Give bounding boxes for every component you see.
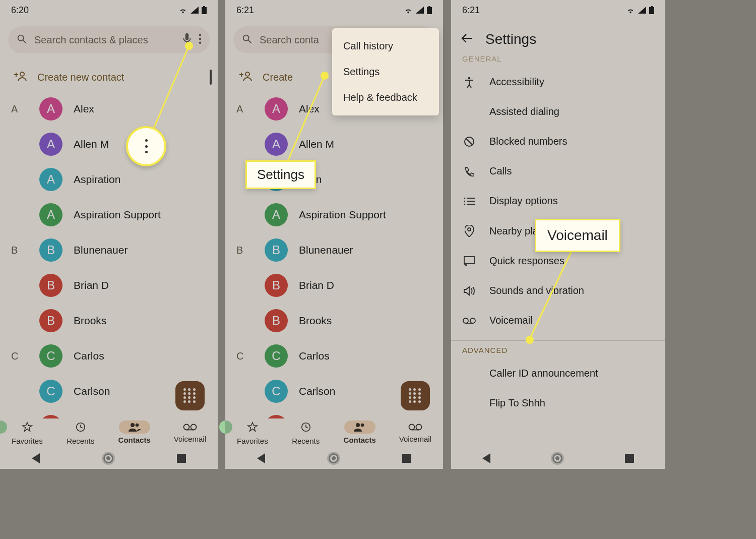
section-letter: A [11, 103, 18, 115]
list-item[interactable]: AAllen M [225, 130, 443, 159]
setting-label: Accessibility [489, 76, 544, 88]
nav-favorites[interactable]: Favorites [12, 420, 43, 445]
list-item[interactable]: BBrian D [225, 271, 443, 300]
svg-point-7 [199, 42, 201, 44]
svg-point-39 [468, 228, 471, 231]
nav-label: Voicemail [174, 435, 206, 443]
search-icon [16, 33, 27, 46]
bottom-nav: Favorites Recents Contacts Voicemail [0, 416, 218, 448]
list-item[interactable]: AAllen M [0, 130, 218, 159]
back-button[interactable] [482, 453, 490, 463]
list-item[interactable]: CCCarlos [225, 341, 443, 371]
svg-rect-0 [202, 7, 207, 14]
home-button[interactable] [329, 453, 339, 463]
home-button[interactable] [552, 453, 562, 463]
contact-name: Brooks [299, 315, 332, 327]
star-icon [238, 420, 267, 435]
nav-recents[interactable]: Recents [66, 420, 95, 445]
avatar: B [265, 238, 288, 262]
nav-label: Favorites [12, 437, 43, 445]
status-bar: 6:21 [451, 0, 665, 20]
list-item[interactable]: BBBlunenauer [0, 235, 218, 265]
avatar: B [39, 274, 62, 297]
list-item[interactable]: BBrooks [225, 306, 443, 335]
back-button[interactable] [32, 453, 40, 463]
avatar: B [265, 274, 288, 297]
setting-voicemail[interactable]: Voicemail [451, 306, 665, 335]
setting-accessibility[interactable]: Accessibility [451, 67, 665, 97]
nav-voicemail[interactable]: Voicemail [174, 422, 206, 443]
create-contact-row[interactable]: Create new contact [0, 63, 218, 94]
block-icon [462, 136, 476, 147]
settings-title: Settings [485, 31, 536, 47]
setting-label: Caller ID announcement [489, 368, 598, 379]
setting-display-options[interactable]: Display options [451, 186, 665, 216]
setting-label: Sounds and vibration [489, 285, 584, 296]
setting-calls[interactable]: Calls [451, 156, 665, 186]
svg-point-2 [18, 35, 24, 41]
status-bar: 6:20 [0, 0, 218, 20]
nav-contacts[interactable]: Contacts [344, 421, 376, 444]
system-nav [0, 448, 218, 469]
chat-icon [462, 256, 476, 266]
home-button[interactable] [103, 453, 113, 463]
list-item[interactable]: AAspiration Support [225, 200, 443, 229]
nav-label: Recents [292, 437, 320, 445]
list-item[interactable]: BBBlunenauer [225, 235, 443, 265]
avatar: A [39, 203, 62, 226]
more-icon[interactable] [199, 34, 202, 46]
svg-line-32 [466, 139, 472, 145]
menu-call-history[interactable]: Call history [332, 33, 439, 59]
list-item[interactable]: AAspiration [0, 165, 218, 194]
list-item[interactable]: CCCarlos [0, 341, 218, 371]
contact-name: Carlos [74, 350, 104, 362]
avatar: B [39, 238, 62, 262]
dialpad-fab[interactable] [175, 381, 205, 410]
search-bar[interactable]: Search contacts & places [8, 26, 210, 53]
nav-recents[interactable]: Recents [291, 420, 321, 445]
scroll-indicator[interactable] [210, 70, 212, 85]
avatar: C [39, 344, 62, 368]
clock-icon [66, 420, 95, 435]
section-letter: C [236, 350, 243, 362]
contact-name: Brian D [299, 279, 334, 291]
svg-rect-4 [185, 33, 189, 40]
list-item[interactable]: BBrooks [0, 306, 218, 335]
overview-button[interactable] [402, 454, 411, 463]
contact-name: Carlson [299, 385, 335, 397]
nav-voicemail[interactable]: Voicemail [399, 422, 431, 443]
contact-name: Aspiration [74, 173, 120, 186]
callout-settings: Settings [245, 160, 316, 189]
dialpad-fab[interactable] [401, 381, 430, 410]
back-button[interactable] [257, 453, 265, 463]
menu-help-feedback[interactable]: Help & feedback [332, 85, 439, 110]
setting-sounds-vibration[interactable]: Sounds and vibration [451, 276, 665, 306]
list-item[interactable]: BBrian D [0, 271, 218, 300]
setting-blocked-numbers[interactable]: Blocked numbers [451, 127, 665, 156]
setting-assisted-dialing[interactable]: Assisted dialing [451, 97, 665, 127]
voicemail-icon [174, 422, 206, 433]
svg-point-18 [243, 35, 249, 41]
contact-name: Aspiration Support [74, 209, 161, 221]
nav-label: Favorites [237, 437, 268, 445]
system-nav [225, 448, 443, 469]
wifi-icon [178, 7, 187, 14]
avatar: B [265, 309, 288, 332]
setting-caller-id[interactable]: Caller ID announcement [451, 358, 665, 388]
setting-flip-to-shhh[interactable]: Flip To Shhh [451, 388, 665, 418]
overview-button[interactable] [177, 454, 186, 463]
list-item[interactable]: AAAlex [0, 94, 218, 124]
contact-name: Carlos [299, 350, 330, 362]
create-contact-label: Create new contact [37, 72, 124, 83]
nav-contacts[interactable]: Contacts [118, 421, 151, 444]
overview-button[interactable] [625, 454, 634, 463]
nav-favorites[interactable]: Favorites [237, 420, 268, 445]
contact-name: Blunenauer [299, 244, 353, 256]
svg-point-22 [356, 423, 360, 427]
back-arrow-icon[interactable] [461, 33, 473, 45]
avatar: A [265, 97, 288, 121]
svg-point-8 [20, 72, 24, 76]
menu-settings[interactable]: Settings [332, 59, 439, 85]
list-item[interactable]: AAspiration Support [0, 200, 218, 229]
list-icon [462, 197, 476, 205]
